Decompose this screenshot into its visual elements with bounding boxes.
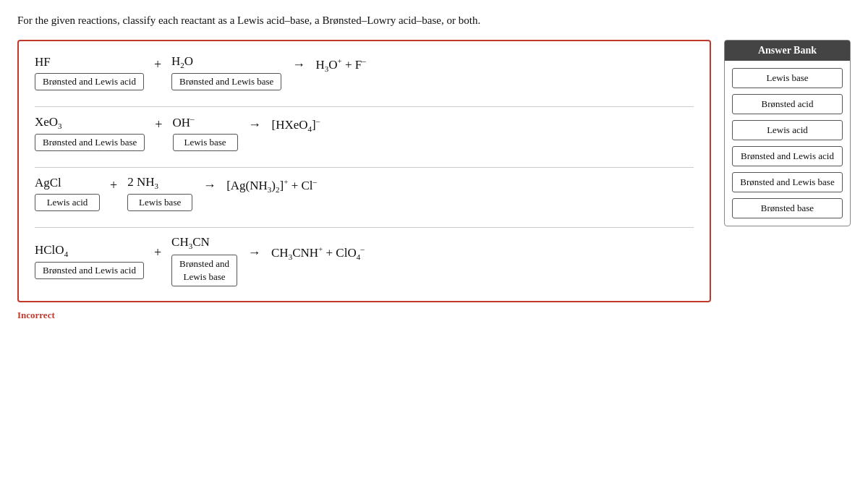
answer-item-bronsted-lewis-base[interactable]: Brønsted and Lewis base	[732, 172, 843, 192]
answer-bank-title: Answer Bank	[725, 41, 850, 61]
reactant2-name-rxn4: CH3CN	[171, 235, 210, 250]
status-label: Incorrect	[17, 310, 851, 321]
products-rxn2: [HXeO4]–	[272, 116, 320, 133]
reaction-4: HClO4 Brønsted and Lewis acid + CH3CN Br…	[35, 235, 694, 286]
plus-rxn2: +	[152, 117, 165, 132]
answer-item-bronsted-lewis-acid[interactable]: Brønsted and Lewis acid	[732, 146, 843, 166]
reactions-box: HF Brønsted and Lewis acid + H2O Brønste…	[17, 40, 711, 302]
arrow-rxn2: →	[245, 117, 265, 132]
reactant1-label-rxn4[interactable]: Brønsted and Lewis acid	[35, 262, 144, 279]
reaction-1-row: HF Brønsted and Lewis acid + H2O Brønste…	[35, 54, 694, 90]
reaction-2: XeO3 Brønsted and Lewis base + OH– Lewis…	[35, 114, 694, 151]
reactant2-label-rxn4[interactable]: Brønsted and Lewis base	[171, 255, 237, 286]
reaction-2-row: XeO3 Brønsted and Lewis base + OH– Lewis…	[35, 114, 694, 151]
reactant2-label-rxn3[interactable]: Lewis base	[127, 194, 192, 211]
instructions: For the given reactions, classify each r…	[17, 14, 851, 27]
reactant1-label-rxn3[interactable]: Lewis acid	[35, 194, 100, 211]
reactant2-block-rxn2: OH– Lewis base	[173, 114, 238, 151]
products-rxn4: CH3CNH+ + ClO4–	[271, 244, 365, 261]
reactant1-name-rxn1: HF	[35, 55, 51, 69]
answer-item-lewis-base[interactable]: Lewis base	[732, 68, 843, 88]
main-layout: HF Brønsted and Lewis acid + H2O Brønste…	[17, 40, 851, 302]
reactant2-name-rxn3: 2 NH3	[127, 175, 158, 190]
reactant1-name-rxn2: XeO3	[35, 115, 62, 130]
reactant1-block-rxn1: HF Brønsted and Lewis acid	[35, 55, 144, 90]
reactant1-block-rxn3: AgCl Lewis acid	[35, 176, 100, 211]
reactant1-name-rxn4: HClO4	[35, 243, 68, 258]
reactant2-label-rxn2[interactable]: Lewis base	[173, 134, 238, 151]
products-rxn1: H3O+ + F–	[315, 56, 365, 73]
arrow-rxn1: →	[289, 57, 308, 72]
arrow-rxn3: →	[200, 178, 219, 193]
sep1	[35, 106, 694, 107]
reactant1-block-rxn4: HClO4 Brønsted and Lewis acid	[35, 243, 144, 279]
answer-bank-items: Lewis base Brønsted acid Lewis acid Brøn…	[725, 61, 850, 226]
reaction-3-row: AgCl Lewis acid + 2 NH3 Lewis base → [Ag…	[35, 175, 694, 211]
arrow-rxn4: →	[244, 245, 264, 260]
reactant2-block-rxn3: 2 NH3 Lewis base	[127, 175, 192, 211]
reaction-3: AgCl Lewis acid + 2 NH3 Lewis base → [Ag…	[35, 175, 694, 211]
reactant2-block-rxn4: CH3CN Brønsted and Lewis base	[171, 235, 237, 286]
plus-rxn1: +	[151, 57, 164, 72]
answer-bank: Answer Bank Lewis base Brønsted acid Lew…	[724, 40, 851, 226]
reactant1-label-rxn1[interactable]: Brønsted and Lewis acid	[35, 73, 144, 90]
reaction-4-row: HClO4 Brønsted and Lewis acid + CH3CN Br…	[35, 235, 694, 286]
sep2	[35, 167, 694, 168]
sep3	[35, 227, 694, 228]
reactant2-block-rxn1: H2O Brønsted and Lewis base	[171, 54, 281, 90]
reaction-1: HF Brønsted and Lewis acid + H2O Brønste…	[35, 54, 694, 90]
plus-rxn3: +	[107, 178, 120, 193]
reactant1-label-rxn2[interactable]: Brønsted and Lewis base	[35, 134, 145, 151]
reactant2-name-rxn2: OH–	[173, 114, 195, 130]
answer-item-lewis-acid[interactable]: Lewis acid	[732, 120, 843, 140]
reactant1-name-rxn3: AgCl	[35, 176, 61, 190]
reactant2-name-rxn1: H2O	[171, 54, 193, 69]
reactant2-label-rxn1[interactable]: Brønsted and Lewis base	[171, 73, 281, 90]
reactant1-block-rxn2: XeO3 Brønsted and Lewis base	[35, 115, 145, 151]
answer-item-bronsted-base[interactable]: Brønsted base	[732, 198, 843, 218]
answer-item-bronsted-acid[interactable]: Brønsted acid	[732, 94, 843, 114]
products-rxn3: [Ag(NH3)2]+ + Cl–	[226, 177, 317, 194]
plus-rxn4: +	[151, 245, 164, 260]
